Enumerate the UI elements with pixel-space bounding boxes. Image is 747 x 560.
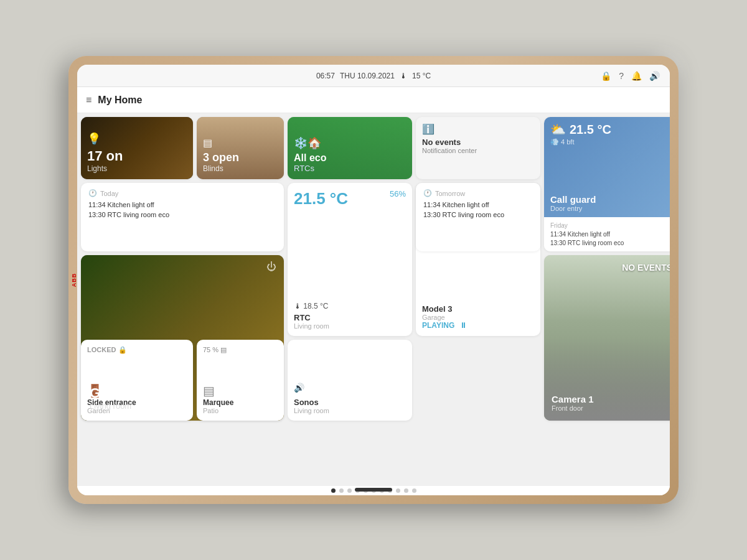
marquee-percentage: 75 % ▤ bbox=[203, 346, 278, 354]
status-bar: 06:57 THU 10.09.2021 🌡 15 °C 🔒 ? 🔔 🔊 bbox=[77, 65, 670, 87]
weather-icon: ⛅ bbox=[550, 122, 566, 137]
tomorrow-event-2: 13:30 RTC living room eco bbox=[423, 211, 533, 218]
tomorrow-label: 🕐 Tomorrow bbox=[423, 189, 533, 197]
hamburger-menu[interactable]: ≡ bbox=[86, 95, 92, 106]
callguard-event-1: 11:34 Kitchen light off bbox=[550, 231, 670, 238]
set-temp: 🌡 18.5 °C bbox=[294, 302, 406, 310]
speaker-icon: 🔊 bbox=[294, 383, 406, 393]
garage-room: Garage bbox=[422, 314, 534, 321]
tile-camera[interactable]: NO EVENTS ℹ Camera 1 Front door bbox=[544, 255, 670, 421]
tile-tomorrow[interactable]: 🕐 Tomorrow 11:34 Kitchen light off 13:30… bbox=[416, 183, 540, 251]
abb-brand: ABB bbox=[71, 273, 77, 287]
weather-temp: 21.5 °C bbox=[570, 123, 611, 137]
notification-center-label: Notification center bbox=[422, 147, 534, 154]
eco-title: All eco bbox=[294, 152, 406, 164]
today-event-2: 13:30 RTC living room eco bbox=[88, 211, 276, 218]
tile-no-events[interactable]: ℹ️ No events Notification center bbox=[416, 117, 540, 179]
bell-icon[interactable]: 🔔 bbox=[631, 71, 642, 81]
tile-eco[interactable]: ❄️🏠 All eco RTCs bbox=[288, 117, 412, 179]
volume-icon[interactable]: 🔊 bbox=[649, 71, 660, 81]
page-dot-10[interactable] bbox=[412, 488, 416, 493]
clock: 06:57 bbox=[316, 72, 335, 80]
callguard-day: Friday bbox=[550, 222, 670, 229]
temp-icon: 🌡 bbox=[400, 72, 407, 80]
device-frame: ABB 06:57 THU 10.09.2021 🌡 15 °C 🔒 ? 🔔 🔊… bbox=[68, 56, 679, 504]
clock-icon-tomorrow: 🕐 bbox=[423, 189, 432, 197]
callguard-event-2: 13:30 RTC living room eco bbox=[550, 240, 670, 246]
page-dot-2[interactable] bbox=[347, 488, 352, 493]
marquee-label: Marquee bbox=[203, 398, 278, 407]
sonos-room: Living room bbox=[294, 407, 406, 414]
device-screen: 06:57 THU 10.09.2021 🌡 15 °C 🔒 ? 🔔 🔊 ≡ M… bbox=[77, 65, 670, 495]
no-events-title: No events bbox=[422, 138, 534, 147]
rtc-label: RTC bbox=[294, 313, 406, 322]
page-dot-8[interactable] bbox=[396, 488, 400, 493]
tile-lights[interactable]: 💡 17 on Lights bbox=[81, 117, 193, 179]
page-dot-1[interactable] bbox=[339, 488, 344, 493]
tile-today[interactable]: 🕐 Today 11:34 Kitchen light off 13:30 RT… bbox=[81, 183, 284, 251]
eco-subtitle: RTCs bbox=[294, 164, 406, 173]
blinds-icon: ▤ bbox=[203, 137, 278, 149]
tile-callguard[interactable]: ⛅ 21.5 °C 💨 4 bft Call guard Door entry … bbox=[544, 117, 670, 251]
tile-blinds[interactable]: ▤ 3 open Blinds bbox=[197, 117, 284, 179]
weather-info: ⛅ 21.5 °C bbox=[550, 122, 670, 137]
info-icon: ℹ️ bbox=[422, 123, 534, 135]
humidity-display: 56% bbox=[390, 189, 406, 198]
tile-marquee[interactable]: 75 % ▤ ▤ Marquee Patio bbox=[197, 340, 284, 421]
clock-icon: 🕐 bbox=[88, 189, 97, 197]
car-model: Model 3 bbox=[422, 304, 534, 314]
no-events-camera: NO EVENTS ℹ bbox=[622, 263, 670, 273]
lock-icon[interactable]: 🔒 bbox=[601, 71, 611, 81]
wind-info: 💨 4 bft bbox=[550, 138, 670, 146]
marquee-icon: ▤ bbox=[203, 383, 278, 398]
page-title: My Home bbox=[98, 95, 142, 106]
lights-icon: 💡 bbox=[87, 132, 187, 146]
tomorrow-event-1: 11:34 Kitchen light off bbox=[423, 201, 533, 208]
playing-status: PLAYING ⏸ bbox=[422, 321, 534, 330]
camera-label: Camera 1 bbox=[552, 394, 594, 404]
camera-sublabel: Front door bbox=[552, 404, 594, 412]
page-dot-9[interactable] bbox=[404, 488, 408, 493]
marquee-location: Patio bbox=[203, 407, 278, 414]
blinds-count: 3 open bbox=[203, 151, 278, 164]
tile-sonos[interactable]: 🔊 Sonos Living room bbox=[288, 340, 412, 421]
lights-count: 17 on bbox=[87, 148, 187, 164]
status-icons: 🔒 ? 🔔 🔊 bbox=[601, 71, 660, 81]
today-label: 🕐 Today bbox=[88, 189, 276, 197]
callguard-subtitle: Door entry bbox=[550, 205, 670, 212]
today-event-1: 11:34 Kitchen light off bbox=[88, 201, 276, 208]
rtc-room: Living room bbox=[294, 322, 406, 330]
page-dot-0[interactable] bbox=[331, 488, 336, 493]
eco-icon: ❄️🏠 bbox=[294, 136, 406, 150]
blinds-label: Blinds bbox=[203, 164, 278, 173]
lock-status: LOCKED 🔒 bbox=[87, 346, 187, 354]
sonos-label: Sonos bbox=[294, 398, 406, 407]
help-icon[interactable]: ? bbox=[619, 71, 624, 81]
greeting-room: Living room bbox=[90, 401, 184, 411]
play-pause-icon[interactable]: ⏸ bbox=[459, 321, 467, 330]
power-icon[interactable]: ⏻ bbox=[266, 261, 276, 273]
dashboard: 💡 17 on Lights ▤ 3 open Blinds ❄️🏠 bbox=[77, 113, 670, 486]
header-row: ≡ My Home bbox=[77, 87, 670, 113]
home-bar[interactable] bbox=[355, 488, 392, 492]
time-info: 06:57 THU 10.09.2021 🌡 15 °C bbox=[316, 72, 431, 80]
greeting-text: Good morning bbox=[90, 385, 184, 401]
callguard-title: Call guard bbox=[550, 194, 670, 205]
outdoor-temp: 15 °C bbox=[412, 72, 431, 80]
lights-label: Lights bbox=[87, 164, 187, 173]
date: THU 10.09.2021 bbox=[340, 72, 395, 80]
tile-rtc-temp[interactable]: 56% 21.5 °C 🌡 18.5 °C RTC Living room bbox=[288, 183, 412, 336]
